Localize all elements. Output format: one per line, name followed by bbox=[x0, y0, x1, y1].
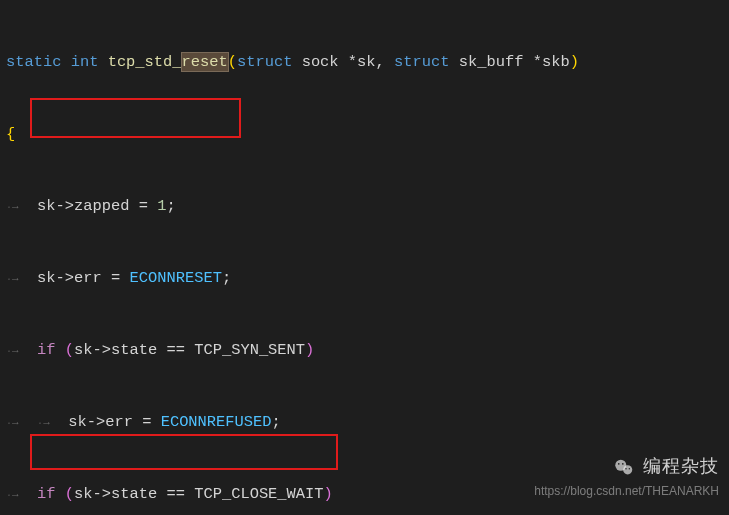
keyword-int: int bbox=[71, 53, 99, 71]
watermark-url: https://blog.csdn.net/THEANARKH bbox=[534, 479, 719, 503]
watermark-text: 编程杂技 bbox=[643, 456, 719, 476]
svg-point-2 bbox=[618, 463, 620, 465]
svg-point-4 bbox=[625, 468, 626, 469]
function-name: tcp_std_reset bbox=[108, 53, 228, 71]
code-line[interactable]: ·→ if (sk->state == TCP_SYN_SENT) bbox=[6, 338, 729, 362]
indent-arrow-icon: → bbox=[12, 201, 19, 213]
svg-point-3 bbox=[622, 463, 624, 465]
open-brace: { bbox=[6, 125, 15, 143]
keyword-static: static bbox=[6, 53, 61, 71]
svg-point-5 bbox=[628, 468, 629, 469]
code-line[interactable]: ·→ sk->zapped = 1; bbox=[6, 194, 729, 218]
cursor-highlight: reset bbox=[181, 52, 229, 72]
watermark: 编程杂技 https://blog.csdn.net/THEANARKH bbox=[534, 454, 719, 503]
code-line[interactable]: { bbox=[6, 122, 729, 146]
code-line[interactable]: static int tcp_std_reset(struct sock *sk… bbox=[6, 50, 729, 74]
code-line[interactable]: ·→ sk->err = ECONNRESET; bbox=[6, 266, 729, 290]
svg-point-1 bbox=[623, 465, 632, 474]
wechat-icon bbox=[613, 457, 635, 479]
code-line[interactable]: ·→ ·→ sk->err = ECONNREFUSED; bbox=[6, 410, 729, 434]
code-editor[interactable]: static int tcp_std_reset(struct sock *sk… bbox=[0, 0, 729, 515]
